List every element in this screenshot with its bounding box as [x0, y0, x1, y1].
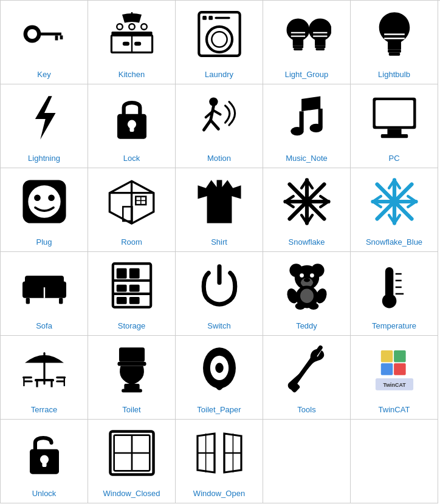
- terrace-icon: [20, 345, 69, 393]
- svg-point-115: [300, 288, 314, 303]
- window-open-label: Window_Open: [193, 489, 245, 498]
- svg-rect-3: [55, 35, 58, 40]
- snowflake-blue-icon: [370, 177, 419, 226]
- kitchen-label: Kitchen: [119, 70, 145, 79]
- svg-rect-48: [387, 129, 401, 134]
- tools-icon: [283, 345, 331, 393]
- svg-point-52: [34, 194, 41, 201]
- cell-toilet-paper: Toilet_Paper: [176, 336, 263, 420]
- sofa-label: Sofa: [36, 321, 52, 330]
- motion-label: Motion: [207, 154, 231, 163]
- cell-tools: Tools: [263, 336, 351, 420]
- svg-rect-144: [394, 350, 406, 363]
- cell-temperature: Temperature: [351, 252, 438, 336]
- cell-toilet: Toilet: [88, 336, 176, 420]
- pc-label: PC: [388, 154, 399, 163]
- cell-pc: PC: [351, 84, 438, 168]
- cell-lightbulb: Lightbulb: [351, 1, 438, 84]
- storage-label: Storage: [118, 321, 146, 330]
- svg-line-41: [213, 111, 220, 114]
- svg-rect-90: [60, 282, 66, 298]
- svg-rect-127: [24, 380, 32, 382]
- svg-line-39: [210, 120, 218, 129]
- svg-rect-102: [129, 297, 139, 304]
- svg-marker-62: [216, 180, 222, 187]
- window-closed-label: Window_Closed: [103, 489, 160, 498]
- svg-point-108: [300, 273, 304, 278]
- cell-kitchen: Kitchen: [88, 1, 176, 84]
- svg-rect-28: [388, 50, 401, 53]
- svg-rect-10: [135, 43, 140, 44]
- svg-point-11: [117, 24, 123, 30]
- key-label: Key: [37, 70, 50, 79]
- svg-point-44: [290, 127, 303, 135]
- svg-rect-118: [387, 281, 391, 301]
- switch-label: Switch: [207, 321, 230, 330]
- svg-rect-130: [56, 380, 64, 382]
- icon-grid: Key Kitchen: [0, 0, 440, 503]
- svg-rect-143: [380, 350, 393, 363]
- snowflake-label: Snowflake: [289, 237, 325, 247]
- kitchen-icon: [108, 10, 156, 58]
- cell-window-open: Window_Open: [176, 420, 263, 503]
- music-note-icon: [283, 94, 331, 142]
- sofa-icon: [20, 261, 69, 310]
- svg-point-51: [28, 185, 60, 217]
- cell-window-closed: Window_Closed: [88, 420, 176, 503]
- light-group-label: Light_Group: [285, 70, 329, 79]
- svg-rect-151: [42, 460, 46, 467]
- snowflake-icon: [283, 177, 331, 226]
- svg-rect-89: [22, 282, 29, 298]
- svg-rect-29: [388, 53, 400, 56]
- lock-label: Lock: [123, 154, 140, 163]
- svg-rect-4: [60, 35, 63, 39]
- cell-snowflake-blue: Snowflake_Blue: [351, 168, 438, 252]
- cell-laundry: Laundry: [176, 1, 263, 84]
- window-open-icon: [195, 429, 244, 477]
- svg-point-139: [215, 363, 223, 373]
- svg-line-38: [204, 120, 210, 130]
- pc-icon: [370, 94, 419, 142]
- svg-point-114: [308, 302, 318, 310]
- window-closed-icon: [108, 429, 156, 477]
- cell-storage: Storage: [88, 252, 176, 336]
- svg-rect-124: [35, 379, 54, 381]
- teddy-label: Teddy: [296, 321, 317, 330]
- svg-rect-100: [129, 285, 139, 292]
- svg-rect-47: [375, 100, 413, 126]
- svg-rect-101: [116, 297, 126, 304]
- svg-rect-42: [299, 111, 303, 130]
- tools-label: Tools: [297, 405, 315, 414]
- lightbulb-label: Lightbulb: [378, 70, 410, 79]
- cell-empty-2: [351, 420, 438, 503]
- svg-rect-17: [202, 16, 207, 20]
- svg-rect-9: [123, 43, 128, 44]
- svg-rect-146: [394, 363, 406, 375]
- svg-rect-99: [116, 285, 126, 292]
- svg-marker-32: [35, 96, 55, 140]
- temperature-icon: [370, 261, 419, 310]
- svg-point-109: [310, 273, 314, 278]
- svg-point-113: [295, 302, 305, 310]
- svg-rect-2: [40, 33, 61, 36]
- svg-rect-21: [294, 48, 303, 50]
- terrace-label: Terrace: [31, 405, 57, 414]
- lightbulb-icon: [370, 10, 419, 58]
- svg-rect-20: [292, 46, 303, 49]
- svg-rect-91: [26, 298, 29, 304]
- cell-snowflake: Snowflake: [263, 168, 351, 252]
- lock-icon: [108, 94, 156, 142]
- cell-plug: Plug: [1, 168, 88, 252]
- lightning-icon: [20, 94, 69, 142]
- svg-rect-98: [129, 268, 139, 279]
- svg-rect-97: [116, 268, 126, 279]
- cell-terrace: Terrace: [1, 336, 88, 420]
- cell-empty-1: [263, 420, 351, 503]
- twincat-label: TwinCAT: [379, 405, 410, 414]
- unlock-icon: [20, 429, 69, 477]
- laundry-icon: [195, 10, 244, 58]
- motion-icon: [195, 94, 244, 142]
- light-group-icon: [283, 10, 331, 58]
- svg-point-15: [206, 27, 232, 52]
- svg-point-107: [303, 278, 309, 282]
